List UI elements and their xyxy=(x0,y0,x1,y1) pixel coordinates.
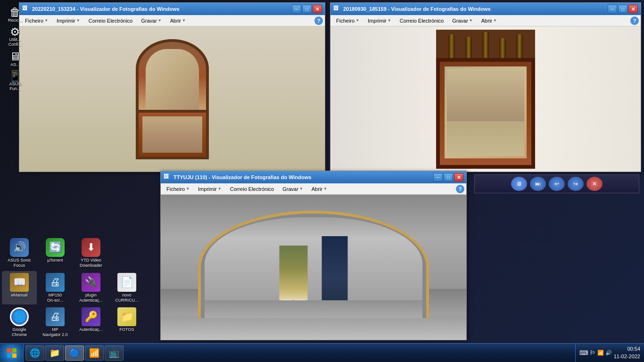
utility-config-label: Utilit...Confi... xyxy=(8,38,22,47)
taskbar-network[interactable]: 📶 xyxy=(85,346,104,361)
taskbar-ie[interactable]: 🌐 xyxy=(25,346,44,361)
asus-fun-icon[interactable]: 📱 ASUSFun... xyxy=(1,71,29,91)
autenticacao-label: Autenticaç... xyxy=(79,327,103,332)
menubar-2: Ficheiro ▼ Imprimir ▼ Correio Electrónic… xyxy=(330,15,641,26)
window-photo-1: 🖼 20220210_153234 - Visualizador de Foto… xyxy=(19,2,325,172)
window-controls-3: ─ □ ✕ xyxy=(433,173,463,181)
system-tray: ⌨ 🏳 📶 🔊 00:54 11-02-2022 xyxy=(575,344,644,362)
svg-rect-2 xyxy=(7,354,11,358)
menu-ficheiro-2[interactable]: Ficheiro ▼ xyxy=(332,17,363,25)
media-btn-prev[interactable]: ↩ xyxy=(549,177,565,191)
photo-area-3 xyxy=(161,195,466,340)
fotos-icon[interactable]: 📁 FOTOS xyxy=(109,305,144,339)
window-photo-3: 🖼 TTYUJU (110) - Visualizador de Fotogra… xyxy=(160,171,467,340)
menubar-1: Ficheiro ▼ Imprimir ▼ Correio Electrónic… xyxy=(19,15,325,26)
chrome-label: GoogleChrome xyxy=(12,327,27,337)
taskbar-items-container: 🌐 📁 🔵 📶 📺 xyxy=(24,344,575,362)
menu-imprimir-1[interactable]: Imprimir ▼ xyxy=(53,17,84,25)
close-btn-2[interactable]: ✕ xyxy=(628,5,638,13)
start-button[interactable] xyxy=(0,344,24,362)
svg-rect-3 xyxy=(12,354,17,358)
utorrent-icon[interactable]: 🔄 µTorrent xyxy=(38,236,73,270)
tray-flag-icon[interactable]: 🏳 xyxy=(590,349,596,356)
window-icon-3: 🖼 xyxy=(164,173,171,181)
photo-bg-3 xyxy=(161,195,466,340)
asus-sonic-focus-icon[interactable]: 🔊 ASUS Sonic Focus xyxy=(2,236,37,270)
help-btn-3[interactable]: ? xyxy=(456,185,464,193)
window-title-1: 20220210_153234 - Visualizador de Fotogr… xyxy=(32,6,292,12)
mp150-label: MP150On-scr... xyxy=(47,293,63,303)
media-btn-next[interactable]: ↪ xyxy=(568,177,584,191)
minimize-btn-3[interactable]: ─ xyxy=(433,173,443,181)
maximize-btn-1[interactable]: □ xyxy=(302,5,312,13)
mp-navigator-icon[interactable]: 🖨 MPNavigator 2.0 xyxy=(38,305,73,339)
window-photo-2: 🖼 20180930_185159 - Visualizador de Foto… xyxy=(330,2,641,172)
photo-area-1 xyxy=(19,26,325,172)
menubar-3: Ficheiro ▼ Imprimir ▼ Correio Electrónic… xyxy=(161,183,466,195)
media-btn-close[interactable]: ✕ xyxy=(586,177,603,191)
novo-curriculo-label: novoCURRICU... xyxy=(116,293,139,303)
clock-date: 11-02-2022 xyxy=(614,353,640,360)
taskbar-chrome[interactable]: 🔵 xyxy=(65,346,84,361)
clock-time: 00:54 xyxy=(614,346,640,353)
mirror-display-1 xyxy=(136,39,209,159)
plugin-label: pluginAutenticaç... xyxy=(79,293,103,303)
mirror-display-2 xyxy=(436,30,535,169)
menu-abrir-3[interactable]: Abrir ▼ xyxy=(308,185,331,193)
photo-bg-2 xyxy=(330,26,641,172)
mp-navigator-label: MPNavigator 2.0 xyxy=(42,327,68,337)
taskbar-explorer[interactable]: 📁 xyxy=(45,346,64,361)
window-controls-2: ─ □ ✕ xyxy=(608,5,638,13)
menu-correio-2[interactable]: Correio Electrónico xyxy=(396,17,448,25)
titlebar-3[interactable]: 🖼 TTYUJU (110) - Visualizador de Fotogra… xyxy=(161,171,466,183)
menu-abrir-1[interactable]: Abrir ▼ xyxy=(166,17,190,25)
menu-abrir-2[interactable]: Abrir ▼ xyxy=(478,17,501,25)
menu-ficheiro-3[interactable]: Ficheiro ▼ xyxy=(163,185,193,193)
mp150-icon[interactable]: 🖨 MP150On-scr... xyxy=(38,271,73,305)
arch-mirror-3 xyxy=(198,211,429,324)
fotos-label: FOTOS xyxy=(120,327,134,332)
close-btn-3[interactable]: ✕ xyxy=(454,173,463,181)
menu-gravar-2[interactable]: Gravar ▼ xyxy=(448,17,477,25)
media-btn-app[interactable]: 🖥 xyxy=(511,177,527,191)
emanual-icon[interactable]: 📖 eManual xyxy=(2,271,37,305)
asus-icon[interactable]: 🖥 AS... xyxy=(1,51,29,67)
desktop-icons-left: 🗑 Recic... ⚙ Utilit...Confi... 🖥 AS... 📱… xyxy=(0,5,20,93)
svg-rect-1 xyxy=(12,348,17,353)
emanual-label: eManual xyxy=(11,293,28,297)
taskbar-media[interactable]: 📺 xyxy=(105,346,124,361)
asus-fun-label: ASUSFun... xyxy=(9,82,21,91)
tray-network-icon[interactable]: 📶 xyxy=(597,350,604,356)
window-title-3: TTYUJU (110) - Visualizador de Fotografi… xyxy=(173,174,433,180)
media-player-controls: 🖥 ⏭ ↩ ↪ ✕ xyxy=(474,174,639,193)
svg-rect-0 xyxy=(7,348,11,353)
minimize-btn-1[interactable]: ─ xyxy=(292,5,301,13)
menu-gravar-1[interactable]: Gravar ▼ xyxy=(137,17,165,25)
google-chrome-icon[interactable]: 🌐 GoogleChrome xyxy=(2,305,37,339)
titlebar-1[interactable]: 🖼 20220210_153234 - Visualizador de Foto… xyxy=(19,3,325,15)
novo-curriculo-icon[interactable]: 📄 novoCURRICU... xyxy=(109,271,144,305)
recycle-bin-icon[interactable]: 🗑 Recic... xyxy=(1,7,29,23)
close-btn-1[interactable]: ✕ xyxy=(313,5,322,13)
utility-config-icon[interactable]: ⚙ Utilit...Confi... xyxy=(1,26,29,47)
tray-volume-icon[interactable]: 🔊 xyxy=(605,350,612,356)
menu-gravar-3[interactable]: Gravar ▼ xyxy=(279,185,307,193)
menu-correio-3[interactable]: Correio Electrónico xyxy=(226,185,278,193)
system-clock[interactable]: 00:54 11-02-2022 xyxy=(614,346,640,360)
maximize-btn-2[interactable]: □ xyxy=(618,5,627,13)
minimize-btn-2[interactable]: ─ xyxy=(608,5,617,13)
photo-bg-1 xyxy=(19,26,325,172)
menu-imprimir-2[interactable]: Imprimir ▼ xyxy=(364,17,395,25)
menu-imprimir-3[interactable]: Imprimir ▼ xyxy=(194,185,225,193)
photo-area-2 xyxy=(330,26,641,172)
tray-keyboard-icon[interactable]: ⌨ xyxy=(579,349,588,356)
autenticacao-icon[interactable]: 🔑 Autenticaç... xyxy=(74,305,108,339)
help-btn-2[interactable]: ? xyxy=(630,16,639,25)
menu-correio-1[interactable]: Correio Electrónico xyxy=(85,17,137,25)
plugin-autenticacao-icon[interactable]: 🔌 pluginAutenticaç... xyxy=(74,271,108,305)
media-btn-skip-forward[interactable]: ⏭ xyxy=(530,177,546,191)
ytd-icon[interactable]: ⬇ YTD Video Downloader xyxy=(74,236,108,270)
titlebar-2[interactable]: 🖼 20180930_185159 - Visualizador de Foto… xyxy=(330,3,641,15)
help-btn-1[interactable]: ? xyxy=(314,16,323,25)
maximize-btn-3[interactable]: □ xyxy=(444,173,453,181)
